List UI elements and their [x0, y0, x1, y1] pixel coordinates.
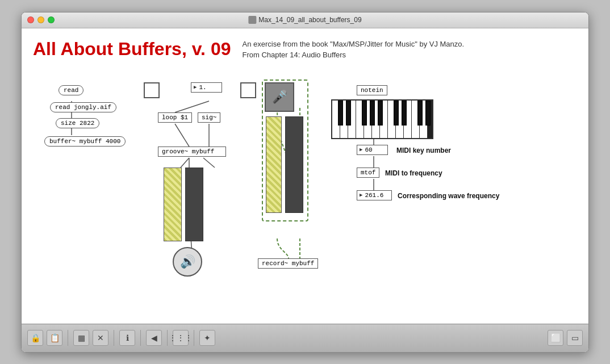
notein-obj: notein [357, 85, 387, 95]
sidebar-icon[interactable]: ▭ [567, 330, 583, 346]
lock-icon[interactable]: 🔒 [27, 330, 43, 346]
toolbar-separator-1 [68, 330, 68, 346]
mtof-obj: mtof [357, 168, 379, 178]
toolbar-right: ⬜ ▭ [548, 330, 583, 346]
num-box-1[interactable]: ▶ 1. [191, 82, 222, 93]
mic-obj[interactable]: 🎤 [265, 82, 294, 112]
traffic-lights [27, 16, 55, 23]
size-obj: size 2822 [56, 118, 99, 128]
toolbar-separator-5 [194, 330, 194, 346]
svg-line-4 [175, 124, 189, 147]
header-section: All About Buffers, v. 09 An exercise fro… [22, 28, 588, 66]
wave-freq-label: Corresponding wave frequency [398, 192, 499, 200]
main-window: Max_14_09_all_about_buffers_09 All About… [21, 12, 589, 353]
striped-slider-left[interactable] [164, 168, 182, 241]
star-icon[interactable]: ✦ [199, 330, 215, 346]
close-button[interactable] [27, 16, 34, 23]
record-obj: record~ mybuff [258, 258, 318, 269]
info-icon[interactable]: ℹ [119, 330, 135, 346]
svg-line-7 [203, 158, 215, 168]
toggle-button-2[interactable] [240, 82, 256, 98]
svg-line-6 [181, 158, 189, 168]
dark-slider-right[interactable] [285, 116, 303, 213]
minimize-button[interactable] [37, 16, 44, 23]
loop-obj: loop $1 [158, 112, 192, 123]
groove-obj: groove~ mybuff [158, 147, 226, 157]
midi-key-label: MIDI key number [396, 147, 451, 154]
read-obj[interactable]: read [59, 85, 83, 95]
window-title: Max_14_09_all_about_buffers_09 [248, 16, 361, 24]
app-title: All About Buffers, v. 09 [33, 39, 231, 60]
midi-freq-obj-label: MIDI to frequency [385, 169, 442, 177]
toolbar: 🔒 📋 ▦ ✕ ℹ ◀ ⋮⋮⋮ ✦ ⬜ ▭ [22, 324, 588, 352]
toggle-button-1[interactable] [144, 82, 160, 98]
read-jongly-obj: read jongly.aif [50, 102, 116, 112]
window-icon[interactable]: ⬜ [548, 330, 563, 346]
midi-num-box[interactable]: ▶ 60 [357, 145, 388, 155]
main-content: All About Buffers, v. 09 An exercise fro… [22, 28, 588, 324]
file-icon [248, 16, 256, 24]
freq-num-box[interactable]: ▶ 261.6 [357, 190, 392, 200]
dark-slider-left[interactable] [185, 168, 203, 241]
striped-slider-right[interactable] [266, 116, 282, 213]
toolbar-separator-2 [114, 330, 114, 346]
toolbar-separator-4 [167, 330, 168, 346]
buffer-obj: buffer~ mybuff 4000 [44, 136, 126, 147]
maximize-button[interactable] [48, 16, 55, 23]
x-icon[interactable]: ✕ [93, 330, 108, 346]
speaker-obj[interactable]: 🔊 [173, 247, 202, 277]
copy-icon[interactable]: 📋 [47, 330, 62, 346]
back-icon[interactable]: ◀ [146, 330, 162, 346]
sig-obj: sig~ [198, 112, 220, 123]
titlebar: Max_14_09_all_about_buffers_09 [22, 12, 588, 28]
dots-icon[interactable]: ⋮⋮⋮ [173, 330, 189, 346]
patch-area: read read jongly.aif size 2822 buffer~ m… [22, 80, 588, 295]
svg-line-3 [175, 101, 209, 112]
toolbar-separator-3 [140, 330, 141, 346]
grid-icon[interactable]: ▦ [73, 330, 89, 346]
piano-keyboard [331, 99, 433, 139]
subtitle: An exercise from the book "Max/MSP/Jitte… [242, 39, 464, 61]
